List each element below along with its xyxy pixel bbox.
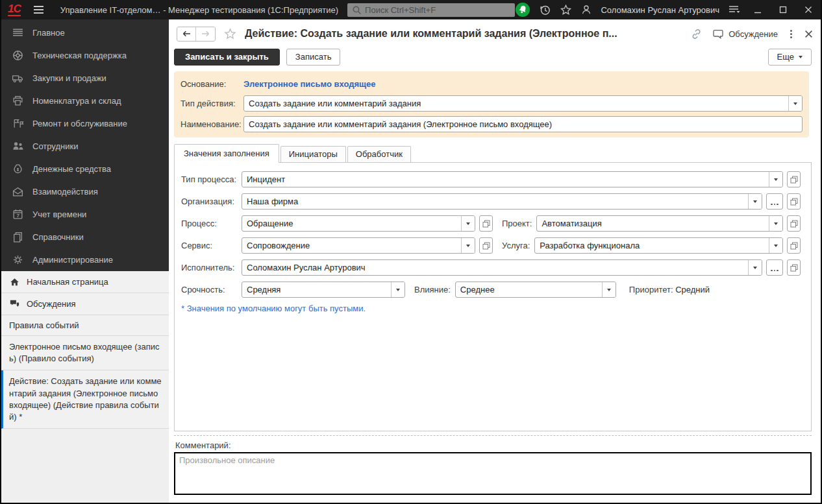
service-item-input[interactable] [535,238,769,253]
people-icon [12,140,24,152]
process-input[interactable] [242,216,461,231]
favorite-star-icon[interactable] [224,28,236,40]
impact-label: Влияние: [414,285,451,294]
service-dropdown-button[interactable] [461,238,475,253]
project-open-button[interactable] [787,215,801,232]
service-item-open-button[interactable] [787,237,801,254]
link-icon[interactable] [690,28,703,40]
app-title: Управление IT-отделом… - Менеджер тестир… [60,5,338,15]
splitter-handle[interactable] [174,435,812,436]
comment-textarea[interactable] [174,452,812,495]
process-type-label: Тип процесса: [181,174,242,184]
sidebar-item-home-page[interactable]: Начальная страница [1,271,169,293]
process-dropdown-button[interactable] [461,216,475,231]
sidebar-item-interactions[interactable]: Взаимодействия [1,180,169,203]
forward-button[interactable] [196,27,215,41]
base-link[interactable]: Электронное письмо входящее [243,79,375,89]
sidebar-item-nomenclature-warehouse[interactable]: Номенклатура и склад [1,90,169,112]
executor-open-button[interactable] [787,259,801,276]
project-input[interactable] [537,216,769,231]
process-type-dropdown-button[interactable] [769,172,782,187]
service-field [242,237,475,254]
1c-logo: 1С [8,3,21,16]
global-search[interactable] [347,3,515,17]
sidebar-item-employees[interactable]: Сотрудники [1,135,169,158]
search-icon [352,5,362,15]
comment-label: Комментарий: [175,440,821,450]
maximize-button[interactable] [775,3,791,17]
main-area: Действие: Создать задание или комментари… [169,19,821,503]
project-dropdown-button[interactable] [769,216,782,231]
sidebar-item-repair-maintenance[interactable]: Ремонт и обслуживание [1,112,169,135]
organization-input[interactable] [242,194,748,209]
more-commands-icon[interactable] [788,29,795,40]
gear-icon [12,254,24,266]
sidebar-sections: Главное Техническая поддержка Закупки и … [1,19,169,271]
form-title: Действие: Создать задание или комментари… [245,28,617,40]
urgency-dropdown-button[interactable] [391,282,405,297]
impact-field [455,282,616,298]
process-type-open-button[interactable] [787,171,801,187]
impact-dropdown-button[interactable] [602,282,616,297]
process-type-input[interactable] [242,172,769,187]
action-type-dropdown-button[interactable] [788,96,802,111]
sidebar-item-purchases-sales[interactable]: Закупки и продажи [1,67,169,90]
executor-choose-button[interactable] [766,259,783,276]
service-input[interactable] [242,238,461,253]
process-open-button[interactable] [479,215,493,232]
service-menu-icon[interactable] [728,5,741,15]
save-and-close-button[interactable]: Записать и закрыть [174,49,280,66]
favorites-star-icon[interactable] [560,4,572,16]
home-icon [9,276,20,287]
action-type-input[interactable] [244,96,788,111]
sidebar-item-catalogs[interactable]: Справочники [1,226,169,248]
truck-icon [12,72,24,84]
discussion-button[interactable]: Обсуждение [712,29,778,39]
tab-fill-values[interactable]: Значения заполнения [174,144,279,163]
sidebar-item-money[interactable]: Денежные средства [1,158,169,180]
sidebar-item-incoming-email-rule[interactable]: Электронное письмо входящее (запись) (Пр… [1,336,169,370]
sidebar-item-action-window-active[interactable]: Действие: Создать задание или комментари… [1,370,169,429]
calendar-icon: 7 [12,208,24,221]
user-name[interactable]: Соломахин Руслан Артурович [601,5,719,15]
service-item-label: Услуга: [502,241,530,250]
close-form-button[interactable] [804,30,813,38]
tab-initiators[interactable]: Инициаторы [280,146,346,162]
executor-input[interactable] [242,260,748,275]
envelope-icon [12,186,24,198]
naming-input[interactable] [243,116,803,132]
more-button[interactable]: Еще [768,49,812,66]
service-item-field [534,237,783,254]
urgency-input[interactable] [242,282,391,297]
sidebar-item-event-rules[interactable]: Правила событий [1,315,169,336]
sidebar-item-discussions[interactable]: Обсуждения [1,293,169,315]
organization-dropdown-button[interactable] [748,194,762,209]
sidebar-item-tech-support[interactable]: Техническая поддержка [1,44,169,67]
tab-handler[interactable]: Обработчик [347,146,411,162]
notifications-icon[interactable] [515,2,530,18]
process-type-field [242,171,783,187]
user-icon[interactable] [580,4,592,16]
back-button[interactable] [177,27,196,41]
search-input[interactable] [365,5,510,15]
organization-choose-button[interactable] [766,193,783,210]
chat-bubble-icon [712,29,724,39]
impact-input[interactable] [456,282,602,297]
sidebar-item-time-tracking[interactable]: 7 Учет времени [1,203,169,226]
minimize-button[interactable] [749,3,766,17]
close-window-button[interactable] [800,3,817,17]
process-label: Процесс: [181,219,242,228]
main-menu-icon[interactable] [34,6,44,14]
organization-open-button[interactable] [787,193,801,210]
service-item-dropdown-button[interactable] [769,238,782,253]
menu-lines-icon [12,27,24,39]
sidebar-item-main[interactable]: Главное [1,21,169,44]
action-type-label: Тип действия: [181,99,243,108]
organization-label: Организация: [181,197,242,206]
history-icon[interactable] [539,4,551,16]
service-open-button[interactable] [479,237,493,254]
save-button[interactable]: Записать [286,49,341,66]
priority-label: Приоритет: [629,285,673,294]
sidebar-item-administration[interactable]: Администрирование [1,248,169,271]
executor-dropdown-button[interactable] [748,260,762,275]
